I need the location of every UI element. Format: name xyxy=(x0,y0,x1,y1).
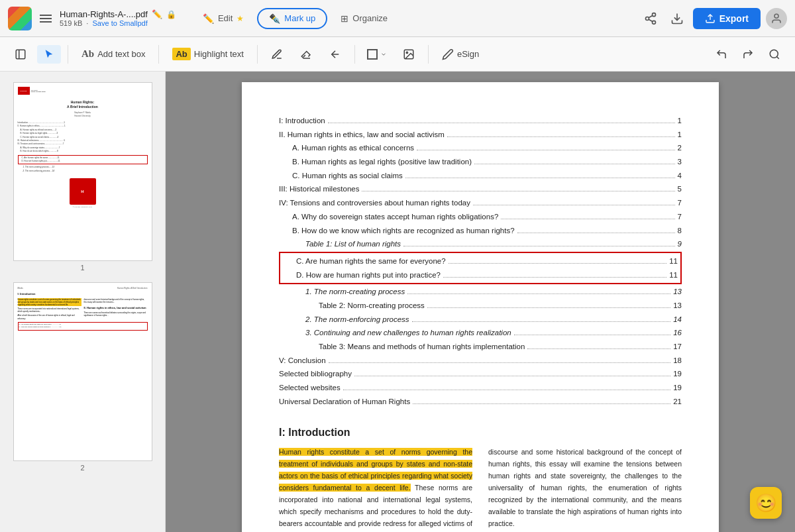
undo-redo-group xyxy=(709,44,787,64)
pen-tool-button[interactable] xyxy=(264,44,290,64)
add-text-box-button[interactable]: Ab Add text box xyxy=(75,44,152,64)
save-to-smallpdf-link[interactable]: Save to Smallpdf xyxy=(93,19,148,27)
undo-button[interactable] xyxy=(709,44,734,64)
page-1-number: 1 xyxy=(80,264,84,272)
search-button[interactable] xyxy=(762,44,787,64)
shape-tool-button[interactable] xyxy=(362,45,392,64)
toolbar-divider-2 xyxy=(158,45,159,64)
toc-entry-15: 3. Continuing and new challenges to huma… xyxy=(279,326,682,340)
toolbar-divider-5 xyxy=(428,45,429,64)
main-content: HARVARD T.H. CHANSchool of Public Health… xyxy=(0,72,795,532)
toc-entry-3: B. Human rights as legal rights (positiv… xyxy=(279,155,682,169)
toolbar-divider-1 xyxy=(68,45,68,64)
marker-icon xyxy=(329,48,341,60)
app-logo xyxy=(8,7,32,30)
toc-entry-8: B. How do we know which rights are recog… xyxy=(279,224,682,238)
toc-entry-16: Table 3: Means and methods of human righ… xyxy=(279,340,682,354)
tab-organize[interactable]: ⊞ Organize xyxy=(330,8,398,29)
edit-star-icon: ★ xyxy=(237,14,244,23)
top-right-actions: Export xyxy=(640,8,787,29)
hamburger-button[interactable] xyxy=(37,12,54,25)
pen-icon xyxy=(271,48,283,60)
organize-tab-label: Organize xyxy=(352,13,388,23)
intro-two-col: Human rights constitute a set of norms g… xyxy=(279,447,682,532)
svg-point-2 xyxy=(652,21,655,24)
esign-icon xyxy=(442,48,454,60)
intro-col-left: Human rights constitute a set of norms g… xyxy=(279,447,472,532)
esign-button[interactable]: eSign xyxy=(435,44,486,64)
toc-entry-13: Table 2: Norm-creating process 13 xyxy=(279,299,682,313)
secondary-toolbar: Ab Add text box Ab Highlight text eSign xyxy=(0,37,795,72)
top-bar: Human-Rights-A-....pdf ✏️ 🔒 519 kB · Sav… xyxy=(0,0,795,37)
highlight-text-label: Highlight text xyxy=(194,49,244,59)
pdf-page-1: I: Introduction 1 II. Human rights in et… xyxy=(242,82,719,532)
user-avatar[interactable] xyxy=(766,8,787,29)
toc-entry-7: A. Why do sovereign states accept human … xyxy=(279,210,682,224)
pdf-area[interactable]: I: Introduction 1 II. Human rights in et… xyxy=(166,72,795,532)
toc-entry-5: III: Historical milestones 5 xyxy=(279,182,682,196)
share-button[interactable] xyxy=(640,8,661,29)
download-icon xyxy=(670,12,684,25)
sidebar: HARVARD T.H. CHANSchool of Public Health… xyxy=(0,72,166,532)
toc-entry-12: 1. The norm-creating process 13 xyxy=(279,285,682,299)
redo-icon xyxy=(742,48,754,60)
toc-entry-17: V: Conclusion 18 xyxy=(279,354,682,368)
page-2-number: 2 xyxy=(80,464,84,472)
file-name-row: Human-Rights-A-....pdf ✏️ 🔒 xyxy=(60,9,176,19)
image-tool-button[interactable] xyxy=(396,44,421,64)
intro-paragraph-1: Human rights constitute a set of norms g… xyxy=(279,447,472,532)
toc-entry-19: Selected websites 19 xyxy=(279,381,682,395)
file-size-row: 519 kB · Save to Smallpdf xyxy=(60,19,176,27)
page-1-thumbnail[interactable]: HARVARD T.H. CHANSchool of Public Health… xyxy=(13,82,152,261)
markup-tab-label: Mark up xyxy=(284,13,315,23)
toolbar-tabs: ✏️ Edit ★ ✒️ Mark up ⊞ Organize xyxy=(192,8,398,29)
chatbot-widget[interactable]: 😊 xyxy=(750,487,782,519)
search-icon xyxy=(768,48,780,60)
svg-point-12 xyxy=(770,50,778,58)
svg-point-11 xyxy=(406,52,407,53)
undo-icon xyxy=(716,48,727,60)
download-button[interactable] xyxy=(666,8,688,29)
edit-filename-icon[interactable]: ✏️ xyxy=(152,9,162,19)
toc-entry-9: Table 1: List of human rights 9 xyxy=(279,237,682,251)
svg-point-7 xyxy=(774,14,778,18)
svg-point-0 xyxy=(652,13,655,16)
toc-entry-2: A. Human rights as ethical concerns 2 xyxy=(279,141,682,155)
sidebar-toggle-button[interactable] xyxy=(8,44,33,64)
svg-line-3 xyxy=(649,19,653,21)
add-text-box-label: Add text box xyxy=(97,49,145,59)
toc-entry-20: Universal Declaration of Human Rights 21 xyxy=(279,395,682,409)
eraser-icon xyxy=(300,48,312,60)
export-button[interactable]: Export xyxy=(693,8,761,29)
edit-tab-label: Edit xyxy=(218,13,233,23)
user-icon xyxy=(770,13,782,25)
intro-col-right: discourse and some historical background… xyxy=(488,447,682,532)
share-icon xyxy=(644,12,657,25)
cursor-tool-button[interactable] xyxy=(37,45,61,64)
svg-line-13 xyxy=(776,56,778,58)
toc-entry-4: C. Human rights as social claims 4 xyxy=(279,169,682,183)
sidebar-icon xyxy=(15,48,26,60)
redo-button[interactable] xyxy=(735,44,761,64)
toc-entry-14: 2. The norm-enforcing process 14 xyxy=(279,313,682,327)
svg-rect-8 xyxy=(16,50,25,59)
svg-line-4 xyxy=(649,15,653,17)
tab-markup[interactable]: ✒️ Mark up xyxy=(257,8,327,29)
toolbar-divider-3 xyxy=(257,45,258,64)
file-name-text: Human-Rights-A-....pdf xyxy=(60,9,148,19)
eraser-tool-button[interactable] xyxy=(293,44,319,64)
markup-tab-icon: ✒️ xyxy=(269,13,280,24)
page-2-thumbnail[interactable]: Marks Human Rights: A Brief Introduction… xyxy=(13,282,152,461)
highlight-text-button[interactable]: Ab Highlight text xyxy=(166,44,250,64)
file-size-text: 519 kB xyxy=(60,19,82,27)
tab-edit[interactable]: ✏️ Edit ★ xyxy=(192,8,254,29)
toc-entry-11: D. How are human rights put into practic… xyxy=(283,268,678,282)
right-col-para-1: discourse and some historical background… xyxy=(488,447,682,529)
highlight-icon: Ab xyxy=(172,48,190,60)
toc-entry-18: Selected bibliography 19 xyxy=(279,367,682,381)
chevron-down-icon xyxy=(380,51,387,58)
rectangle-icon xyxy=(367,49,378,60)
marker-tool-button[interactable] xyxy=(323,44,348,64)
edit-tab-icon: ✏️ xyxy=(203,13,214,24)
toc-entry-10: C. Are human rights the same for everyon… xyxy=(283,254,678,268)
